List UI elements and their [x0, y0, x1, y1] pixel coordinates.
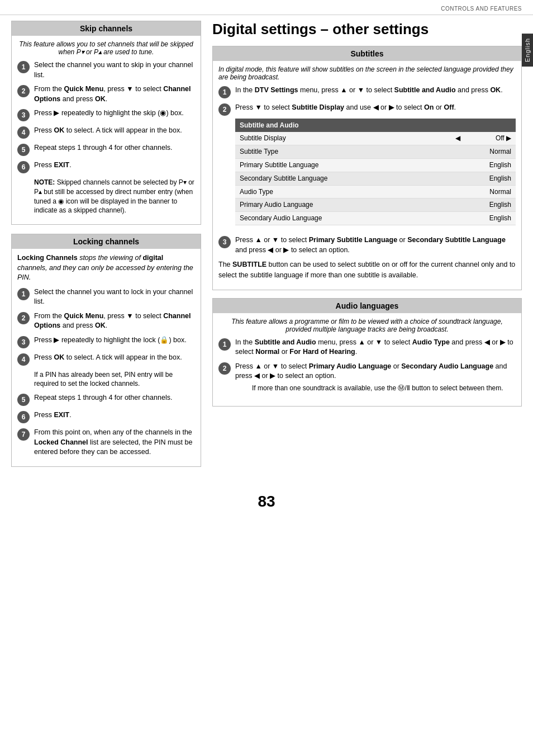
- lock-step-7: 7 From this point on, when any of the ch…: [17, 428, 195, 457]
- lock-circle-2: 2: [17, 312, 30, 324]
- skip-step-6: 6 Press EXIT.: [17, 160, 195, 173]
- lock-step-5: 5 Repeat steps 1 through 4 for other cha…: [17, 393, 195, 406]
- step-circle-5: 5: [17, 144, 30, 156]
- lock-text-7: From this point on, when any of the chan…: [34, 428, 195, 457]
- step-text-3: Press ▶ repeatedly to highlight the skip…: [34, 108, 195, 119]
- sub-circle-2: 2: [218, 103, 231, 116]
- lock-text-4: Press OK to select. A tick will appear i…: [34, 353, 195, 363]
- lock-text-6: Press EXIT.: [34, 410, 195, 420]
- table-row: Primary Audio Language English: [235, 199, 516, 212]
- locking-intro: Locking Channels stops the viewing of di…: [17, 253, 195, 283]
- lock-note-4: If a PIN has already been set, PIN entry…: [34, 370, 195, 389]
- subtitles-heading: Subtitles: [213, 46, 521, 61]
- lock-circle-5: 5: [17, 394, 30, 406]
- table-row: Subtitle Display ◀ Off ▶: [235, 132, 516, 145]
- subtitles-body: In digital mode, this feature will show …: [213, 61, 521, 289]
- table-row: Subtitle Type Normal: [235, 145, 516, 159]
- sub-step-1: 1 In the DTV Settings menu, press ▲ or ▼…: [218, 86, 516, 98]
- sub-circle-1: 1: [218, 86, 231, 98]
- audio-step-2: 2 Press ▲ or ▼ to select Primary Audio L…: [218, 362, 516, 398]
- locking-channels-heading: Locking channels: [12, 234, 201, 249]
- step-text-4: Press OK to select. A tick will appear i…: [34, 126, 195, 136]
- audio-languages-section: Audio languages This feature allows a pr…: [212, 298, 522, 407]
- lock-circle-7: 7: [17, 428, 30, 441]
- audio-note: If more than one soundtrack is available…: [252, 384, 516, 393]
- step-circle-6: 6: [17, 161, 30, 173]
- table-row: Primary Subtitle Language English: [235, 159, 516, 172]
- skip-step-4: 4 Press OK to select. A tick will appear…: [17, 126, 195, 139]
- step-circle-2: 2: [17, 85, 30, 97]
- page-title: Digital settings – other settings: [212, 21, 522, 38]
- table-row: Secondary Subtitle Language English: [235, 172, 516, 185]
- left-column: Skip channels This feature allows you to…: [11, 21, 201, 476]
- skip-channels-section: Skip channels This feature allows you to…: [11, 21, 201, 225]
- step-circle-4: 4: [17, 126, 30, 139]
- header-title: CONTROLS AND FEATURES: [441, 6, 522, 12]
- audio-intro: This feature allows a programme or film …: [218, 318, 516, 333]
- page-header: CONTROLS AND FEATURES: [0, 0, 533, 15]
- audio-circle-2: 2: [218, 362, 231, 375]
- subtitle-note: The SUBTITLE button can be used to selec…: [218, 259, 516, 281]
- skip-channels-heading: Skip channels: [12, 21, 201, 36]
- subtitles-section: Subtitles In digital mode, this feature …: [212, 46, 522, 290]
- main-content: Skip channels This feature allows you to…: [0, 15, 533, 481]
- audio-languages-body: This feature allows a programme or film …: [213, 313, 521, 407]
- lock-text-1: Select the channel you want to lock in y…: [34, 287, 195, 307]
- step-text-2: From the Quick Menu, press ▼ to select C…: [34, 84, 195, 104]
- english-tab: English: [522, 34, 533, 67]
- lock-step-1: 1 Select the channel you want to lock in…: [17, 287, 195, 307]
- table-header: Subtitle and Audio: [235, 119, 516, 133]
- subtitle-table: Subtitle and Audio Subtitle Display ◀ Of…: [235, 119, 516, 225]
- audio-languages-heading: Audio languages: [213, 299, 521, 313]
- sub-text-3: Press ▲ or ▼ to select Primary Subtitle …: [235, 235, 516, 255]
- sub-circle-3: 3: [218, 236, 231, 248]
- audio-text-2: Press ▲ or ▼ to select Primary Audio Lan…: [235, 362, 516, 398]
- skip-channels-intro: This feature allows you to set channels …: [17, 40, 195, 56]
- skip-step-1: 1 Select the channel you want to skip in…: [17, 60, 195, 80]
- lock-step-3: 3 Press ▶ repeatedly to highlight the lo…: [17, 336, 195, 348]
- skip-note: NOTE: Skipped channels cannot be selecte…: [34, 178, 195, 215]
- step-circle-3: 3: [17, 109, 30, 121]
- audio-step-1: 1 In the Subtitle and Audio menu, press …: [218, 338, 516, 357]
- locking-channels-body: Locking Channels stops the viewing of di…: [12, 249, 201, 466]
- lock-step-2: 2 From the Quick Menu, press ▼ to select…: [17, 311, 195, 331]
- lock-step-4: 4 Press OK to select. A tick will appear…: [17, 353, 195, 366]
- lock-text-2: From the Quick Menu, press ▼ to select C…: [34, 311, 195, 331]
- lock-text-3: Press ▶ repeatedly to highlight the lock…: [34, 336, 195, 346]
- sub-text-1: In the DTV Settings menu, press ▲ or ▼ t…: [235, 86, 516, 96]
- lock-circle-3: 3: [17, 336, 30, 348]
- audio-text-1: In the Subtitle and Audio menu, press ▲ …: [235, 338, 516, 357]
- sub-step-3: 3 Press ▲ or ▼ to select Primary Subtitl…: [218, 235, 516, 255]
- subtitles-intro: In digital mode, this feature will show …: [218, 65, 516, 81]
- right-column: Digital settings – other settings Subtit…: [212, 21, 522, 476]
- step-circle-1: 1: [17, 61, 30, 73]
- sub-text-2: Press ▼ to select Subtitle Display and u…: [235, 103, 516, 231]
- skip-step-2: 2 From the Quick Menu, press ▼ to select…: [17, 84, 195, 104]
- skip-step-3: 3 Press ▶ repeatedly to highlight the sk…: [17, 108, 195, 121]
- locking-channels-section: Locking channels Locking Channels stops …: [11, 234, 201, 467]
- audio-circle-1: 1: [218, 338, 231, 351]
- lock-circle-4: 4: [17, 353, 30, 366]
- step-text-6: Press EXIT.: [34, 160, 195, 171]
- skip-channels-body: This feature allows you to set channels …: [12, 36, 201, 224]
- step-text-1: Select the channel you want to skip in y…: [34, 60, 195, 80]
- lock-circle-1: 1: [17, 288, 30, 300]
- table-row: Audio Type Normal: [235, 185, 516, 199]
- table-row: Secondary Audio Language English: [235, 212, 516, 225]
- skip-step-5: 5 Repeat steps 1 through 4 for other cha…: [17, 143, 195, 156]
- step-text-5: Repeat steps 1 through 4 for other chann…: [34, 143, 195, 153]
- lock-text-5: Repeat steps 1 through 4 for other chann…: [34, 393, 195, 403]
- lock-circle-6: 6: [17, 411, 30, 423]
- sub-step-2: 2 Press ▼ to select Subtitle Display and…: [218, 103, 516, 231]
- page-number: 83: [0, 481, 533, 516]
- lock-step-6: 6 Press EXIT.: [17, 410, 195, 423]
